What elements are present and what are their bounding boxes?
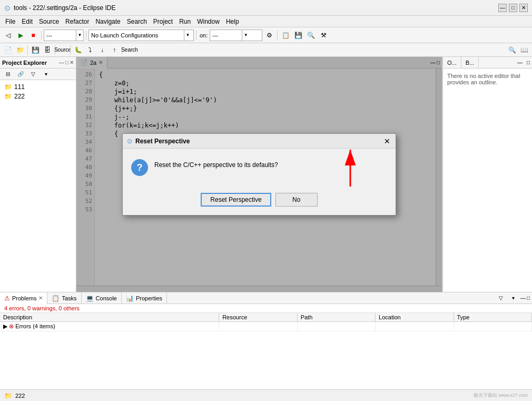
window-controls: — □ ✕: [498, 4, 528, 12]
error-location-cell: [376, 322, 454, 331]
menu-source[interactable]: Source: [36, 17, 62, 26]
col-location[interactable]: Location: [376, 313, 454, 322]
dialog-title: Reset Perspective: [135, 138, 190, 145]
no-button[interactable]: No: [275, 193, 318, 207]
problems-tab-close[interactable]: ✕: [38, 295, 43, 301]
folder-icon-111: 📁: [4, 83, 12, 91]
tab-tasks[interactable]: 📋 Tasks: [47, 292, 81, 304]
status-project-name: 222: [15, 393, 25, 399]
outline-maximize-btn[interactable]: □: [525, 60, 532, 65]
search-btn[interactable]: Search: [124, 44, 135, 56]
link-editor-btn[interactable]: 🔗: [15, 69, 26, 80]
tab-problems-label: Problems: [12, 295, 36, 301]
toolbar-btn-2[interactable]: 💾: [292, 30, 304, 41]
outline-minimize-btn[interactable]: —: [515, 60, 525, 65]
bottom-minimize-btn[interactable]: —: [520, 295, 526, 301]
toolbar-btn-3[interactable]: 🔍: [305, 30, 317, 41]
filter-btn[interactable]: ▽: [27, 69, 39, 80]
reset-perspective-dialog: ⊙ Reset Perspective ✕ ? Reset the C/C++ …: [122, 133, 396, 216]
step-return-btn[interactable]: ↑: [109, 44, 120, 56]
run-button[interactable]: ▶: [15, 30, 26, 41]
tree-item-222[interactable]: 📁 222: [2, 92, 74, 101]
col-description[interactable]: Description: [0, 313, 219, 322]
maximize-panel-btn[interactable]: □: [65, 60, 68, 65]
view-menu-btn[interactable]: ▾: [40, 69, 52, 80]
main-toolbar: ◁ ▶ ■ --- ▼ No Launch Configurations ▼ o…: [0, 27, 532, 43]
close-button[interactable]: ✕: [519, 4, 528, 12]
new-button[interactable]: 📄: [2, 44, 14, 56]
menu-project[interactable]: Project: [150, 17, 176, 26]
menu-search[interactable]: Search: [124, 17, 150, 26]
config-selector[interactable]: --- ▼: [44, 30, 84, 41]
outline-message: There is no active editor that provides …: [447, 73, 520, 85]
back-button[interactable]: ◁: [2, 30, 14, 41]
menu-run[interactable]: Run: [176, 17, 194, 26]
col-resource[interactable]: Resource: [219, 313, 297, 322]
open-button[interactable]: 📁: [14, 44, 26, 56]
tree-label-111: 111: [14, 83, 25, 91]
reset-perspective-button[interactable]: Reset Perspective: [201, 193, 271, 207]
col-path[interactable]: Path: [297, 313, 375, 322]
device-label: ---: [210, 32, 242, 38]
save-toolbar-btn[interactable]: 💾: [29, 44, 41, 56]
minimize-panel-btn[interactable]: —: [59, 60, 64, 65]
dialog-message: Reset the C/C++ perspective to its defau…: [154, 159, 278, 169]
expand-icon[interactable]: ▶: [3, 323, 7, 329]
tab-console-label: Console: [96, 295, 117, 301]
run-config-arrow[interactable]: ▼: [184, 30, 191, 41]
step-over-btn[interactable]: ⤵: [84, 44, 96, 56]
problems-menu-btn[interactable]: ▾: [508, 292, 519, 304]
close-panel-btn[interactable]: ✕: [70, 60, 74, 65]
tab-properties[interactable]: 📊 Properties: [122, 292, 167, 304]
debug-btn[interactable]: 🐛: [72, 44, 84, 56]
device-dropdown[interactable]: --- ▼: [210, 30, 262, 41]
outline-tab-b[interactable]: B...: [461, 57, 479, 69]
col-type[interactable]: Type: [454, 313, 531, 322]
search-icon-btn[interactable]: 🔍: [506, 44, 518, 56]
toolbar-btn-1[interactable]: 📋: [280, 30, 291, 41]
device-arrow[interactable]: ▼: [242, 30, 249, 41]
folder-icon-222: 📁: [4, 93, 12, 100]
sep-t2-3: [70, 45, 71, 55]
config-dropdown-arrow[interactable]: ▼: [76, 30, 83, 41]
tree-label-222: 222: [14, 93, 25, 100]
main-content: Project Explorer — □ ✕ ⊟ 🔗 ▽ ▾ 📁 111: [0, 57, 532, 292]
tab-properties-label: Properties: [136, 295, 162, 301]
tab-console[interactable]: 💻 Console: [82, 292, 122, 304]
outline-tab-o[interactable]: O...: [443, 57, 461, 69]
save-all-button[interactable]: 🗄: [42, 44, 53, 56]
tab-tasks-label: Tasks: [62, 295, 76, 301]
filter-problems-btn[interactable]: ▽: [495, 292, 507, 304]
minimize-button[interactable]: —: [498, 4, 507, 12]
tree-item-111[interactable]: 📁 111: [2, 82, 74, 92]
maximize-button[interactable]: □: [509, 4, 517, 12]
tab-problems[interactable]: ⚠ Problems ✕: [0, 292, 47, 304]
panel-header-controls: — □ ✕: [59, 60, 74, 65]
bottom-maximize-btn[interactable]: □: [527, 295, 530, 301]
menu-edit[interactable]: Edit: [18, 17, 36, 26]
settings-button[interactable]: ⚙: [263, 30, 275, 41]
dialog-close-button[interactable]: ✕: [383, 137, 391, 145]
collapse-all-btn[interactable]: ⊟: [2, 69, 14, 80]
open-type-btn[interactable]: 📖: [518, 44, 530, 56]
error-description: Errors (4 items): [15, 323, 55, 329]
bottom-panel-controls: ▽ ▾ — □: [493, 292, 532, 304]
run-config-dropdown[interactable]: No Launch Configurations ▼: [88, 30, 194, 41]
on-label: on:: [200, 32, 208, 38]
project-explorer-header: Project Explorer — □ ✕: [0, 57, 76, 69]
stop-button[interactable]: ■: [27, 30, 39, 41]
project-tree: 📁 111 📁 222: [0, 80, 76, 103]
step-into-btn[interactable]: ↓: [96, 44, 108, 56]
menu-help[interactable]: Help: [223, 17, 242, 26]
error-path-cell: [297, 322, 375, 331]
menu-window[interactable]: Window: [194, 17, 223, 26]
outline-panel: O... B... — □ There is no active editor …: [442, 57, 532, 292]
menu-navigate[interactable]: Navigate: [92, 17, 123, 26]
menu-refactor[interactable]: Refactor: [62, 17, 92, 26]
problems-icon: ⚠: [4, 295, 10, 302]
dialog-buttons: Reset Perspective No: [123, 187, 396, 215]
separator-2: [86, 31, 86, 40]
source-btn[interactable]: Source: [57, 44, 68, 56]
menu-file[interactable]: File: [2, 17, 18, 26]
toolbar-btn-4[interactable]: ⚒: [318, 30, 329, 41]
